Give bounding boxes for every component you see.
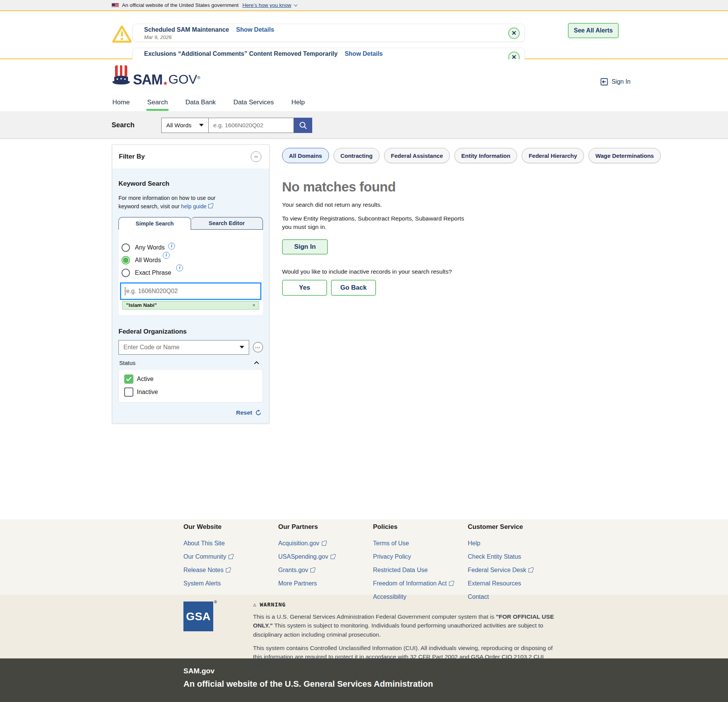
checkbox-active[interactable]: Active <box>124 375 263 384</box>
warning-text: This system is subject to monitoring. In… <box>253 622 543 637</box>
footer-link-contact[interactable]: Contact <box>468 593 563 600</box>
footer-link-accessibility[interactable]: Accessibility <box>373 593 468 600</box>
help-guide-link[interactable]: help guide <box>181 203 212 209</box>
logo-registered-mark: ® <box>197 75 200 80</box>
more-options-icon[interactable]: ... <box>253 342 263 352</box>
search-submit-button[interactable] <box>294 118 312 133</box>
tab-simple-search[interactable]: Simple Search <box>118 217 191 230</box>
footer-link-about-this-site[interactable]: About This Site <box>183 540 278 547</box>
radio-circle[interactable] <box>122 269 130 277</box>
footer-link-system-alerts[interactable]: System Alerts <box>183 580 278 587</box>
chevron-down-icon <box>294 3 298 6</box>
footer-link-acquisition-gov[interactable]: Acquisition.gov <box>278 540 373 547</box>
footer-link-terms-of-use[interactable]: Terms of Use <box>373 540 468 547</box>
status-accordion[interactable]: Status <box>119 360 262 366</box>
footer-agency-line: An official website of the U.S. General … <box>183 679 728 689</box>
yes-button[interactable]: Yes <box>282 280 327 296</box>
footer-link-usaspending-gov[interactable]: USASpending.gov <box>278 553 373 560</box>
see-all-alerts-button[interactable]: See All Alerts <box>568 23 619 38</box>
external-link-icon <box>449 582 453 586</box>
radio-circle-selected[interactable] <box>122 256 130 264</box>
federal-org-select[interactable]: Enter Code or Name <box>118 340 249 355</box>
checkbox-inactive[interactable]: Inactive <box>124 387 263 397</box>
federal-organizations-row: Enter Code or Name ... <box>118 340 263 355</box>
footer-link-grants-gov[interactable]: Grants.gov <box>278 567 373 574</box>
footer-link-external-resources[interactable]: External Resources <box>468 580 563 587</box>
main-nav: Home Search Data Bank Data Services Help <box>0 95 728 111</box>
gsa-logo-text: GSA <box>186 610 211 623</box>
nav-search[interactable]: Search <box>146 96 169 111</box>
info-icon[interactable]: i <box>163 252 170 259</box>
text-cursor <box>125 287 125 295</box>
close-icon[interactable]: ✕ <box>508 28 520 39</box>
inactive-records-actions: Yes Go Back <box>282 280 599 296</box>
footer-link-label: Help <box>468 540 480 547</box>
footer-warning-band: GSA ® ⚠ WARNING This is a U.S. General S… <box>0 595 728 658</box>
footer-link-our-community[interactable]: Our Community <box>183 553 278 560</box>
radio-any-words[interactable]: Any Words i <box>122 243 261 252</box>
footer-link-release-notes[interactable]: Release Notes <box>183 567 278 574</box>
go-back-button[interactable]: Go Back <box>331 280 376 296</box>
radio-exact-phrase[interactable]: Exact Phrase i <box>122 269 261 277</box>
search-mode-select[interactable]: All Words <box>161 118 209 133</box>
pill-federal-assistance[interactable]: Federal Assistance <box>384 148 450 163</box>
how-you-know-label: Here’s how you know <box>242 2 291 8</box>
nav-data-services[interactable]: Data Services <box>233 96 275 111</box>
pill-entity-information[interactable]: Entity Information <box>454 148 517 163</box>
footer-link-label: About This Site <box>183 540 225 547</box>
radio-circle[interactable] <box>122 243 130 252</box>
keyword-input[interactable]: e.g. 1606N020Q02 <box>120 282 261 300</box>
radio-all-words[interactable]: All Words i <box>122 256 261 264</box>
how-you-know-link[interactable]: Here’s how you know <box>242 2 297 8</box>
chip-remove-icon[interactable]: × <box>252 302 255 308</box>
footer-link-federal-service-desk[interactable]: Federal Service Desk <box>468 567 563 574</box>
collapse-filters-button[interactable]: – <box>251 151 261 162</box>
pill-contracting[interactable]: Contracting <box>334 148 379 163</box>
alert-date: Mar 9, 2026 <box>144 34 501 40</box>
footer-col-our-partners: Our Partners Acquisition.gov USASpending… <box>278 523 373 595</box>
footer-link-label: Restricted Data Use <box>373 567 428 574</box>
checkbox-label: Active <box>137 376 154 383</box>
search-band: Search All Words e.g. 1606N020Q02 <box>0 111 728 139</box>
search-icon <box>299 121 307 130</box>
pill-wage-determinations[interactable]: Wage Determinations <box>589 148 661 163</box>
footer-link-label: Acquisition.gov <box>278 540 319 547</box>
external-link-icon <box>322 541 326 546</box>
footer-link-more-partners[interactable]: More Partners <box>278 580 373 587</box>
checkbox-checked-icon[interactable] <box>124 375 133 384</box>
footer-link-privacy-policy[interactable]: Privacy Policy <box>373 553 468 560</box>
footer-link-help[interactable]: Help <box>468 540 563 547</box>
sign-in-link[interactable]: Sign In <box>600 78 631 86</box>
info-icon[interactable]: i <box>168 243 175 250</box>
search-placeholder: e.g. 1606N020Q02 <box>213 122 263 129</box>
nav-data-bank[interactable]: Data Bank <box>185 96 216 111</box>
tab-search-editor[interactable]: Search Editor <box>191 217 263 230</box>
checkbox-label: Inactive <box>137 389 158 396</box>
show-details-link[interactable]: Show Details <box>345 50 383 57</box>
footer-link-check-entity-status[interactable]: Check Entity Status <box>468 553 563 560</box>
nav-home[interactable]: Home <box>112 96 130 111</box>
pill-all-domains[interactable]: All Domains <box>282 148 329 163</box>
checkbox-unchecked-icon[interactable] <box>124 387 133 397</box>
pill-federal-hierarchy[interactable]: Federal Hierarchy <box>522 148 584 163</box>
sam-gov-logo[interactable]: SAM ★ GOV ® <box>112 65 200 87</box>
federal-org-placeholder: Enter Code or Name <box>123 344 180 351</box>
footer-link-label: More Partners <box>278 580 317 587</box>
reset-filters[interactable]: Reset <box>118 409 261 416</box>
warning-text: This is a U.S. General Services Administ… <box>253 613 496 620</box>
show-details-link[interactable]: Show Details <box>236 26 274 33</box>
help-guide-label: help guide <box>181 203 207 209</box>
sign-in-button[interactable]: Sign In <box>282 239 328 255</box>
gov-banner-text: An official website of the United States… <box>122 2 238 8</box>
footer-link-restricted-data-use[interactable]: Restricted Data Use <box>373 567 468 574</box>
logo-gov-text: GOV <box>168 72 197 87</box>
info-icon[interactable]: i <box>176 264 183 271</box>
footer-link-foia[interactable]: Freedom of Information Act <box>373 580 468 587</box>
reset-icon <box>255 410 261 416</box>
footer-heading: Customer Service <box>468 523 563 531</box>
nav-help[interactable]: Help <box>290 96 305 111</box>
chevron-down-icon <box>240 346 244 349</box>
filter-panel-header: Filter By – <box>112 145 269 169</box>
keyword-tabs: Simple Search Search Editor <box>118 217 263 230</box>
global-search-input[interactable]: e.g. 1606N020Q02 <box>209 118 294 133</box>
